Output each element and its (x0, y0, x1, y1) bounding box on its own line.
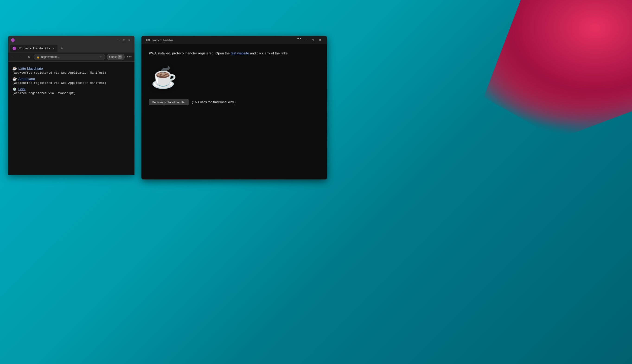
coffee-cup-image: ☕ (149, 62, 179, 92)
url-text: https://protoc... (41, 55, 60, 58)
americano-meta: (web+coffee registered via Web Applicati… (12, 81, 130, 85)
list-item: ☕ Americano (web+coffee registered via W… (12, 76, 130, 85)
browser-tab-favicon: 🟣 (11, 38, 15, 42)
link-row: ☕ Latte Macchiato (12, 66, 130, 70)
latte-macchiato-link[interactable]: Latte Macchiato (18, 66, 43, 70)
lock-icon: 🔒 (37, 56, 40, 58)
coffee-emoji-1: ☕ (12, 66, 17, 70)
close-button[interactable]: ✕ (127, 38, 132, 42)
maximize-button[interactable]: □ (121, 38, 127, 42)
guest-button[interactable]: Guest ? (107, 54, 125, 60)
pwa-close-button[interactable]: ✕ (317, 37, 324, 43)
minimize-button[interactable]: ─ (116, 38, 121, 42)
link-row: 🍵 Chai (12, 86, 130, 91)
back-button[interactable]: ← (10, 54, 17, 60)
list-item: ☕ Latte Macchiato (web+coffee registered… (12, 66, 130, 74)
link-row: ☕ Americano (12, 76, 130, 81)
tab-bar: 🟣 URL protocol handler links ✕ + (8, 44, 134, 52)
pwa-intro-paragraph: PWA installed, protocol handler register… (149, 51, 319, 56)
list-item: 🍵 Chai (web+tea registered via JavaScrip… (12, 86, 130, 95)
active-tab[interactable]: 🟣 URL protocol handler links ✕ (10, 45, 58, 52)
favorite-icon[interactable]: ☆ (99, 55, 102, 59)
address-bar-row: ← → ↻ 🔒 https://protoc... ☆ Guest ? ••• (8, 52, 134, 62)
more-options-button[interactable]: ••• (126, 54, 133, 60)
pwa-window: URL protocol handler ••• ─ □ ✕ PWA insta… (141, 36, 327, 180)
pwa-maximize-button[interactable]: □ (309, 37, 316, 43)
pwa-window-controls: ••• ─ □ ✕ (297, 37, 324, 43)
register-note-text: (This uses the traditional way.) (192, 100, 236, 104)
address-input[interactable]: 🔒 https://protoc... ☆ (34, 54, 105, 60)
new-tab-button[interactable]: + (58, 45, 65, 52)
browser-titlebar: 🟣 ─ □ ✕ (8, 36, 134, 44)
guest-avatar: ? (118, 55, 122, 59)
test-website-link[interactable]: test website (231, 51, 249, 55)
browser-window: 🟣 ─ □ ✕ 🟣 URL protocol handler links ✕ +… (8, 36, 134, 175)
register-protocol-handler-button[interactable]: Register protocol handler (149, 99, 188, 105)
refresh-button[interactable]: ↻ (26, 54, 32, 60)
pwa-minimize-button[interactable]: ─ (302, 37, 309, 43)
coffee-emoji-2: ☕ (12, 76, 17, 81)
titlebar-left: 🟣 (11, 38, 15, 42)
flower-decoration (447, 0, 632, 139)
tab-favicon-icon: 🟣 (12, 46, 16, 50)
intro-text-before: PWA installed, protocol handler register… (149, 51, 231, 55)
tab-close-button[interactable]: ✕ (52, 46, 55, 50)
intro-text-after: and click any of the links. (249, 51, 289, 55)
register-row: Register protocol handler (This uses the… (149, 99, 319, 105)
guest-label: Guest (109, 55, 117, 58)
chai-meta: (web+tea registered via JavaScript) (12, 92, 130, 95)
tea-emoji: 🍵 (12, 86, 17, 91)
tab-label: URL protocol handler links (18, 47, 50, 50)
forward-button[interactable]: → (18, 54, 24, 60)
chai-link[interactable]: Chai (18, 87, 26, 91)
browser-content: ☕ Latte Macchiato (web+coffee registered… (8, 62, 134, 175)
pwa-more-button[interactable]: ••• (297, 37, 301, 43)
pwa-window-title: URL protocol handler (145, 38, 173, 42)
latte-meta: (web+coffee registered via Web Applicati… (12, 71, 130, 74)
titlebar-controls: ─ □ ✕ (116, 38, 132, 42)
pwa-content: PWA installed, protocol handler register… (141, 44, 327, 180)
americano-link[interactable]: Americano (18, 77, 35, 80)
pwa-titlebar: URL protocol handler ••• ─ □ ✕ (141, 36, 327, 44)
